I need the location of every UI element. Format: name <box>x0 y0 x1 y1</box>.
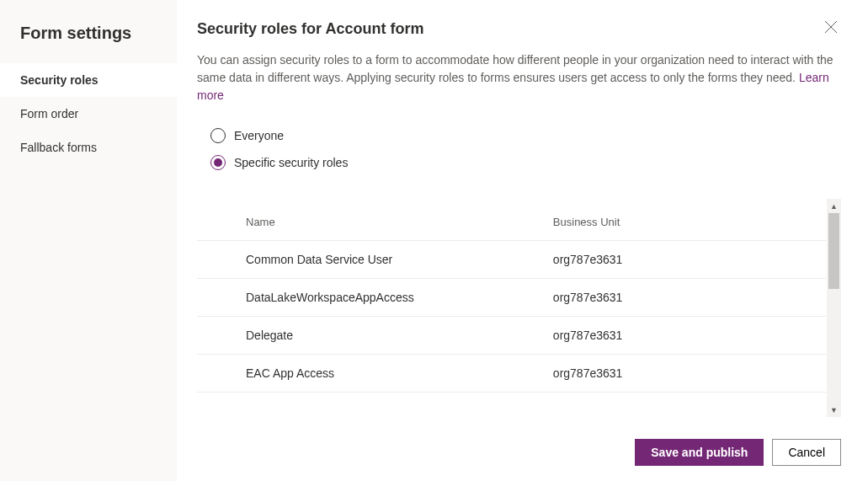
radio-dot-icon <box>214 158 222 167</box>
cell-name: DataLakeWorkspaceAppAccess <box>197 279 543 317</box>
radio-label: Everyone <box>234 129 284 142</box>
radio-specific-roles[interactable]: Specific security roles <box>210 155 841 170</box>
cell-bu: org787e3631 <box>543 279 826 317</box>
sidebar-title: Form settings <box>0 17 177 63</box>
cell-bu: org787e3631 <box>543 355 826 393</box>
close-button[interactable] <box>821 17 841 40</box>
sidebar-item-form-order[interactable]: Form order <box>0 97 177 131</box>
panel-header: Security roles for Account form <box>197 20 841 51</box>
scroll-up-icon[interactable]: ▲ <box>827 199 841 213</box>
table-row[interactable]: EAC App Access org787e3631 <box>197 355 826 393</box>
cell-name: Delegate <box>197 317 543 355</box>
scroll-down-icon[interactable]: ▼ <box>827 403 841 417</box>
description-text: You can assign security roles to a form … <box>197 53 833 84</box>
roles-table-scroll[interactable]: Name Business Unit Common Data Service U… <box>197 199 841 417</box>
radio-icon <box>210 128 226 143</box>
table-row[interactable]: Common Data Service User org787e3631 <box>197 241 826 279</box>
column-header-business-unit[interactable]: Business Unit <box>543 199 826 241</box>
radio-everyone[interactable]: Everyone <box>210 128 841 143</box>
page-title: Security roles for Account form <box>197 20 423 38</box>
save-and-publish-button[interactable]: Save and publish <box>635 439 764 466</box>
roles-table-container: Name Business Unit Common Data Service U… <box>197 199 841 417</box>
role-scope-radio-group: Everyone Specific security roles <box>210 128 841 182</box>
cell-bu: org787e3631 <box>543 317 826 355</box>
cell-name: Common Data Service User <box>197 241 543 279</box>
scrollbar-thumb[interactable] <box>828 213 839 289</box>
cell-bu: org787e3631 <box>543 241 826 279</box>
sidebar-item-fallback-forms[interactable]: Fallback forms <box>0 131 177 164</box>
page-description: You can assign security roles to a form … <box>197 51 841 104</box>
sidebar-item-label: Form order <box>20 107 78 120</box>
scrollbar[interactable]: ▲ ▼ <box>827 199 841 417</box>
main-panel: Security roles for Account form You can … <box>177 0 868 481</box>
radio-icon <box>210 155 226 170</box>
cancel-button[interactable]: Cancel <box>772 439 841 466</box>
radio-label: Specific security roles <box>234 156 348 169</box>
sidebar-item-label: Security roles <box>20 73 99 87</box>
close-icon <box>824 20 838 34</box>
settings-sidebar: Form settings Security roles Form order … <box>0 0 177 481</box>
cell-name: EAC App Access <box>197 355 543 393</box>
panel-footer: Save and publish Cancel <box>197 427 841 481</box>
sidebar-item-security-roles[interactable]: Security roles <box>0 63 177 97</box>
table-row[interactable]: DataLakeWorkspaceAppAccess org787e3631 <box>197 279 826 317</box>
sidebar-item-label: Fallback forms <box>20 141 97 154</box>
column-header-name[interactable]: Name <box>197 199 543 241</box>
roles-table: Name Business Unit Common Data Service U… <box>197 199 826 393</box>
table-row[interactable]: Delegate org787e3631 <box>197 317 826 355</box>
